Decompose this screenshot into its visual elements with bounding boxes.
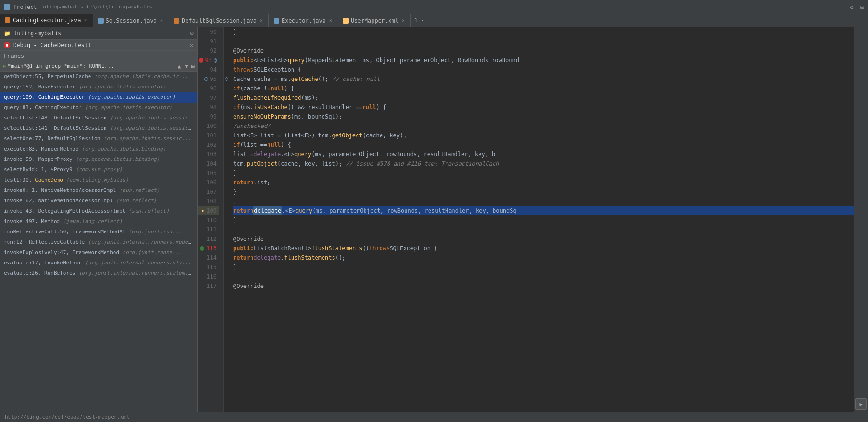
tab-label-sqlsession: SqlSession.java	[106, 17, 157, 24]
sidebar-gear-icon[interactable]: ⚙	[190, 30, 194, 37]
ln-115: 115	[198, 263, 219, 272]
stack-frame-4[interactable]: selectList:148, DefaultSqlSession (org.a…	[0, 113, 197, 123]
sidebar-title-text: tuling-mybatis	[14, 30, 187, 37]
stack-frame-10[interactable]: test1:30, CacheDemo (com.tuling.mybatis)	[0, 175, 197, 185]
stack-frame-list: getObject:55, PerpetualCache (org.apache…	[0, 72, 197, 412]
ln-102: 102	[198, 140, 219, 150]
code-line-103: list = delegate.<E> query(ms, parameterO…	[233, 150, 854, 159]
settings-icon[interactable]: ⚙	[850, 3, 853, 11]
code-line-107: }	[233, 187, 854, 197]
code-line-95: Cache cache = ms.getCache(); // cache: n…	[233, 74, 854, 84]
project-icon	[4, 4, 10, 10]
status-left: http://bing.com/def/eaaa/test-mapper.xml	[5, 414, 130, 420]
ln-112: 112	[198, 234, 219, 244]
stack-frame-12[interactable]: invoke:62, NativeMethodAccessorImpl (sun…	[0, 196, 197, 206]
sidebar: 📁 tuling-mybatis ⚙ Debug - CacheDemo.tes…	[0, 27, 198, 412]
scrollbar-column: ▶	[854, 27, 868, 412]
thread-down-icon[interactable]: ▼	[184, 63, 189, 70]
stack-frame-7[interactable]: execute:83, MapperMethod (org.apache.iba…	[0, 144, 197, 154]
tab-executor[interactable]: Executor.java ×	[269, 14, 338, 27]
play-button[interactable]: ▶	[855, 398, 867, 410]
ln-94: 94	[198, 65, 219, 74]
code-line-93: public <E> List<E> query(MappedStatement…	[233, 56, 854, 65]
code-line-102: if (list == null) {	[233, 140, 854, 150]
tab-usermapper[interactable]: UserMapper.xml ×	[338, 14, 411, 27]
tab-close-defaultsql[interactable]: ×	[259, 18, 264, 23]
stack-frame-13[interactable]: invoke:43, DelegatingMethodAccessorImpl …	[0, 206, 197, 216]
code-line-105: }	[233, 168, 854, 178]
ln-106: 106	[198, 178, 219, 187]
code-line-101: List<E> list = (List<E>) tcm.getObject(c…	[233, 131, 854, 140]
ln-97: 97	[198, 93, 219, 103]
code-line-96: if (cache != null) {	[233, 84, 854, 93]
breakpoint-dot-113	[200, 246, 204, 251]
stack-frame-1[interactable]: query:152, BaseExecutor (org.apache.ibat…	[0, 82, 197, 92]
stack-frame-9[interactable]: selectByid:-1, $Proxy9 (com.sun.proxy)	[0, 165, 197, 175]
stack-frame-18[interactable]: evaluate:17, InvokeMethod (org.junit.int…	[0, 258, 197, 268]
frames-section: Frames	[0, 51, 197, 61]
stack-frame-8[interactable]: invoke:59, MapperProxy (org.apache.ibati…	[0, 154, 197, 165]
play-icon: ▶	[859, 401, 862, 407]
tab-icon-caching	[5, 17, 10, 23]
ln-101: 101	[198, 131, 219, 140]
ln-99: 99	[198, 112, 219, 121]
stack-frame-15[interactable]: runReflectiveCall:50, FrameworkMethod$1 …	[0, 227, 197, 237]
code-line-111	[233, 225, 854, 234]
debug-close-icon[interactable]: ×	[190, 41, 194, 49]
ln-108: 108	[198, 197, 219, 206]
code-lines[interactable]: } @Override public <E> List<E> query(Map…	[229, 27, 854, 412]
layout-icon[interactable]: ⊟	[860, 3, 864, 11]
code-line-92: @Override	[233, 46, 854, 56]
editor-content[interactable]: 90 91 92 93 @ 94 95 96 97 98	[198, 27, 868, 412]
code-line-114: return delegate.flushStatements();	[233, 253, 854, 263]
ln-107: 107	[198, 187, 219, 197]
thread-up-icon[interactable]: ▲	[177, 63, 182, 70]
breakpoint-dot-93	[199, 58, 203, 63]
tab-close-sqlsession[interactable]: ×	[159, 18, 164, 23]
ln-104: 104	[198, 159, 219, 168]
ln-117: 117	[198, 281, 219, 291]
thread-filter-icon[interactable]: ⊞	[191, 63, 195, 70]
stack-frame-16[interactable]: run:12, ReflectiveCallable (org.junit.in…	[0, 237, 197, 247]
stack-frame-19[interactable]: evaluate:26, RunBefores (org.junit.inter…	[0, 268, 197, 279]
tab-sqlsession[interactable]: SqlSession.java ×	[93, 14, 169, 27]
ln-93[interactable]: 93 @	[198, 56, 219, 65]
stack-frame-17[interactable]: invokeExplosively:47, FrameworkMethod (o…	[0, 247, 197, 258]
stack-frame-3[interactable]: query:83, CachingExecutor (org.apache.ib…	[0, 103, 197, 113]
thread-selector-text: *main*@1 in group *main*: RUNNI...	[8, 63, 175, 69]
stack-frame-2[interactable]: query:109, CachingExecutor (org.apache.i…	[0, 92, 197, 103]
thread-selector[interactable]: ▶ *main*@1 in group *main*: RUNNI... ▲ ▼…	[0, 61, 197, 72]
tab-icon-defaultsql	[174, 18, 179, 24]
debug-title-bar: Debug - CacheDemo.test1 ×	[0, 40, 197, 51]
stack-frame-14[interactable]: invoke:497, Method (java.lang.reflect)	[0, 216, 197, 227]
ln-98: 98	[198, 103, 219, 112]
tab-close-executor[interactable]: ×	[328, 18, 333, 23]
stack-frame-0[interactable]: getObject:55, PerpetualCache (org.apache…	[0, 72, 197, 82]
code-line-99: ensureNoOutParams(ms, boundSql);	[233, 112, 854, 121]
stack-frame-6[interactable]: selectOne:77, DefaultSqlSession (org.apa…	[0, 134, 197, 144]
tab-defaultsql[interactable]: DefaultSqlSession.java ×	[169, 14, 269, 27]
code-line-94: throws SQLException {	[233, 65, 854, 74]
project-label[interactable]: Project	[13, 4, 37, 10]
ln-92: 92	[198, 46, 219, 56]
ln-96: 96	[198, 84, 219, 93]
tab-close-usermapper[interactable]: ×	[401, 18, 406, 23]
tab-overflow[interactable]: 1 ▾	[411, 17, 428, 24]
code-line-108: }	[233, 197, 854, 206]
tab-caching[interactable]: CachingExecutor.java ×	[0, 14, 93, 27]
code-line-98: if (ms.isUseCache() && resultHandler == …	[233, 103, 854, 112]
project-section: Project tuling-mybatis C:\git\tuling-myb…	[4, 4, 152, 10]
tab-icon-usermapper	[343, 18, 349, 24]
tab-close-caching[interactable]: ×	[83, 17, 88, 23]
code-line-116	[233, 272, 854, 281]
ln-111: 111	[198, 225, 219, 234]
code-line-113: public List<BatchResult> flushStatements…	[233, 244, 854, 253]
stack-frame-11[interactable]: invoke0:-1, NativeMethodAccessorImpl (su…	[0, 185, 197, 196]
main-area: 📁 tuling-mybatis ⚙ Debug - CacheDemo.tes…	[0, 27, 868, 412]
sidebar-folder-icon: 📁	[4, 30, 11, 37]
ln-113[interactable]: 113	[198, 244, 219, 253]
debug-icon	[4, 42, 10, 48]
ln-90: 90	[198, 27, 219, 37]
thread-icon: ▶	[3, 63, 6, 69]
stack-frame-5[interactable]: selectList:141, DefaultSqlSession (org.a…	[0, 123, 197, 134]
